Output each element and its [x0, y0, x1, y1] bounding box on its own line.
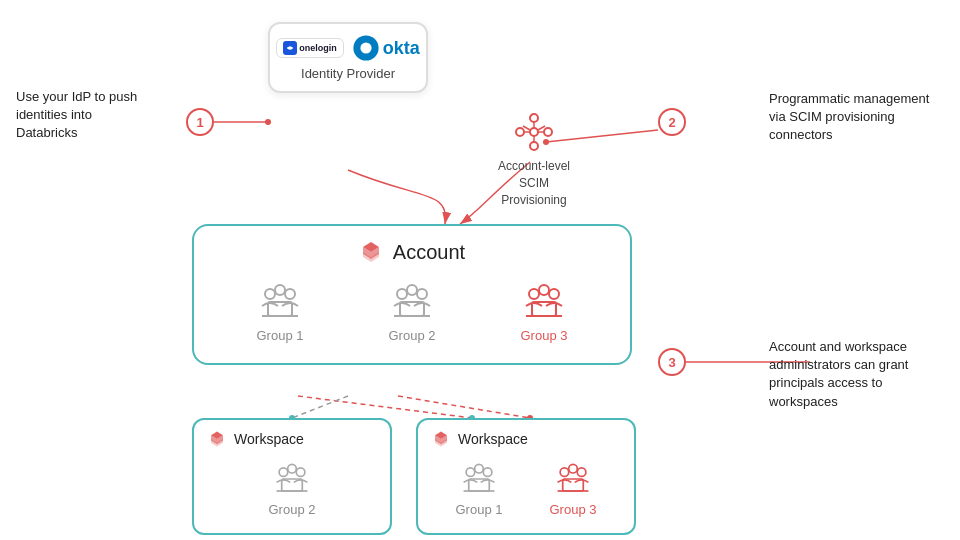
svg-point-30 — [285, 289, 295, 299]
workspace-1-title: Workspace — [234, 431, 304, 447]
workspace-1-groups: Group 2 — [208, 460, 376, 517]
svg-point-19 — [530, 142, 538, 150]
svg-point-41 — [539, 285, 549, 295]
right-annotation-3: Account and workspace administrators can… — [769, 338, 944, 411]
workspace-1-header: Workspace — [208, 430, 376, 448]
svg-point-45 — [296, 468, 305, 477]
workspace-1-group-2-icon — [268, 460, 316, 498]
svg-point-17 — [516, 128, 524, 136]
svg-point-56 — [569, 464, 578, 473]
svg-point-49 — [466, 468, 475, 477]
account-group-3-label: Group 3 — [521, 328, 568, 343]
svg-point-35 — [417, 289, 427, 299]
account-group-1-label: Group 1 — [257, 328, 304, 343]
svg-point-18 — [544, 128, 552, 136]
workspace-2-box: Workspace Group 1 — [416, 418, 636, 535]
svg-line-7 — [292, 396, 348, 418]
svg-point-55 — [577, 468, 586, 477]
svg-line-6 — [298, 396, 472, 418]
svg-point-3 — [265, 119, 271, 125]
svg-point-51 — [475, 464, 484, 473]
svg-point-50 — [483, 468, 492, 477]
account-box: Account Group 1 — [192, 224, 632, 365]
workspace-2-header: Workspace — [432, 430, 620, 448]
workspace-2-group-1: Group 1 — [455, 460, 503, 517]
account-title: Account — [393, 241, 465, 264]
okta-badge: okta — [352, 34, 420, 62]
svg-line-8 — [398, 396, 530, 418]
workspace-2-groups: Group 1 Group 3 — [432, 460, 620, 517]
onelogin-badge: onelogin — [276, 38, 344, 58]
workspace-2-group-1-icon — [455, 460, 503, 498]
workspace-1-group-2-label: Group 2 — [269, 502, 316, 517]
step-1-circle: 1 — [186, 108, 214, 136]
scim-label: Account-level SCIM Provisioning — [498, 158, 570, 208]
workspace-1-group-2: Group 2 — [268, 460, 316, 517]
scim-icon — [512, 110, 556, 154]
databricks-icon — [359, 240, 383, 264]
step-2-circle: 2 — [658, 108, 686, 136]
left-annotation: Use your IdP to push identities into Dat… — [16, 88, 146, 143]
workspace-2-group-1-label: Group 1 — [456, 502, 503, 517]
account-group-3: Group 3 — [516, 280, 572, 343]
group-1-icon — [252, 280, 308, 324]
svg-point-54 — [560, 468, 569, 477]
account-groups-row: Group 1 Group 2 — [214, 280, 610, 343]
right-annotation-2: Programmatic management via SCIM provisi… — [769, 90, 944, 145]
idp-box: onelogin okta Identity Provider — [268, 22, 428, 93]
group-3-icon — [516, 280, 572, 324]
svg-point-29 — [265, 289, 275, 299]
svg-point-39 — [529, 289, 539, 299]
svg-point-36 — [407, 285, 417, 295]
scim-box: Account-level SCIM Provisioning — [498, 110, 570, 208]
svg-point-15 — [360, 42, 371, 53]
svg-point-46 — [288, 464, 297, 473]
workspace-1-icon — [208, 430, 226, 448]
workspace-1-box: Workspace Group 2 — [192, 418, 392, 535]
account-group-2: Group 2 — [384, 280, 440, 343]
svg-point-31 — [275, 285, 285, 295]
diagram-container: Use your IdP to push identities into Dat… — [0, 0, 960, 540]
onelogin-icon — [283, 41, 297, 55]
account-header: Account — [214, 240, 610, 264]
account-group-1: Group 1 — [252, 280, 308, 343]
svg-point-40 — [549, 289, 559, 299]
workspace-2-title: Workspace — [458, 431, 528, 447]
account-group-2-label: Group 2 — [389, 328, 436, 343]
idp-logos: onelogin okta — [276, 34, 420, 62]
svg-point-16 — [530, 114, 538, 122]
workspace-2-group-3: Group 3 — [549, 460, 597, 517]
group-2-icon — [384, 280, 440, 324]
workspace-2-group-3-label: Group 3 — [550, 502, 597, 517]
step-3-circle: 3 — [658, 348, 686, 376]
svg-point-20 — [530, 128, 538, 136]
workspace-2-group-3-icon — [549, 460, 597, 498]
idp-label: Identity Provider — [301, 66, 395, 81]
svg-point-44 — [279, 468, 288, 477]
svg-point-34 — [397, 289, 407, 299]
okta-icon — [352, 34, 380, 62]
workspace-2-icon — [432, 430, 450, 448]
